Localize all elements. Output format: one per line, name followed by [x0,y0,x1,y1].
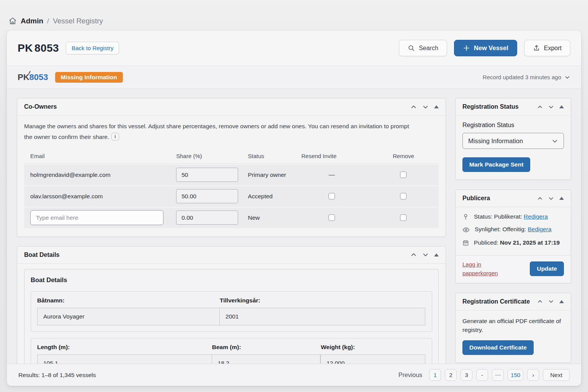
page-button-150[interactable]: 150 [508,369,523,381]
share-input[interactable] [176,189,238,203]
move-down-icon[interactable] [422,252,429,258]
next-button[interactable]: Next [543,369,570,381]
mark-package-sent-button[interactable]: Mark Package Sent [462,157,530,172]
collapse-toggle-icon[interactable] [434,105,439,108]
table-header-row: Email Share (%) Status Resend Invite Rem… [24,149,439,164]
boat-details-panel: Boat Details Boat Details Båt [17,246,446,364]
previous-page-link[interactable]: Previous [399,372,422,379]
length-input[interactable] [37,354,212,364]
resend-invite-checkbox[interactable] [328,193,335,199]
collapse-toggle-icon[interactable] [434,253,439,256]
owner-email: olav.larsson@example.com [24,193,170,200]
header-actions: Search New Vessel Export [399,40,570,56]
collapse-toggle-icon[interactable] [559,105,564,108]
publicera-body: Status: Publikerat: Redigera Synlighet: … [456,207,571,255]
back-to-registry-button[interactable]: Back to Registry [66,42,119,54]
share-input[interactable] [176,168,238,182]
page-button-1[interactable]: 1 [429,369,441,381]
move-up-icon[interactable] [537,299,543,304]
new-owner-email-input[interactable] [30,210,163,225]
remove-checkbox[interactable] [400,214,407,221]
selected-status: Missing Information [468,137,523,145]
move-down-icon[interactable] [548,299,554,304]
update-button[interactable]: Update [530,261,564,276]
pin-icon [462,214,469,220]
visibility-label: Synlighet: [475,226,501,232]
table-row: New [24,207,439,228]
registration-status-panel-header: Registration Status [456,98,571,116]
record-updated[interactable]: Record updated 3 minutes ago [483,74,570,80]
export-button[interactable]: Export [524,40,570,56]
publicera-panel-header: Publicera [456,190,571,207]
record-id-prefix: PK [18,72,29,82]
chevron-down-icon [564,74,570,80]
panel-controls [537,299,564,304]
column-email: Email [24,153,170,159]
column-status: Status [242,153,296,159]
ellipsis-button[interactable]: ⋯ [492,369,504,381]
card-header: PK8053 Back to Registry Search New Vesse… [7,31,581,66]
page-button-2[interactable]: 2 [445,369,457,381]
page-title-number: 8053 [34,42,59,54]
edit-visibility-link[interactable]: Bedigera [528,226,551,232]
move-down-icon[interactable] [548,104,554,110]
share-input[interactable] [176,211,238,225]
owner-status: Primary owner [242,172,296,178]
panel-controls [410,252,439,258]
move-to-trash-link[interactable]: Lagg in papperkorgen [462,260,502,278]
column-remove: Remove [368,153,439,159]
dimensions-group: Length (m): Beam (m): Weight (kg): [31,338,432,364]
co-owners-panel: Co-Owners Manage the owners and shares f… [17,98,446,237]
page-button-3[interactable]: 3 [461,369,472,381]
remove-checkbox[interactable] [400,172,407,178]
tillverkingsar-input[interactable] [219,308,425,325]
record-status-bar: PK8053 Missing Information Record update… [7,66,581,89]
home-icon[interactable] [8,17,17,25]
co-owners-table: Email Share (%) Status Resend Invite Rem… [24,149,439,228]
weight-input[interactable] [320,354,425,364]
edit-status-link[interactable]: Redigera [524,213,548,220]
panel-controls [537,104,564,110]
resend-invite-checkbox[interactable] [328,214,335,221]
co-owners-description: Manage the owners and shares for this ve… [24,121,413,142]
move-up-icon[interactable] [410,252,417,258]
move-up-icon[interactable] [537,104,543,110]
new-vessel-button[interactable]: New Vessel [454,40,517,56]
status-label: Status: [474,213,492,220]
co-owners-panel-header: Co-Owners [17,98,446,116]
breadcrumb-admin[interactable]: Admin [21,17,43,25]
download-certificate-button[interactable]: Download Certficate [462,340,534,355]
main-column: Co-Owners Manage the owners and shares f… [17,98,446,354]
next-page-arrow-button[interactable]: › [527,369,539,381]
panel-controls [537,196,564,201]
page-gap-button[interactable]: - [476,369,488,381]
content-area: Co-Owners Manage the owners and shares f… [7,89,581,364]
move-up-icon[interactable] [410,104,417,110]
column-share: Share (%) [170,153,242,159]
vessel-registry-page: Admin / Vessel Registry PK8053 Back to R… [0,0,588,392]
search-button[interactable]: Search [399,40,447,56]
registration-status-select[interactable]: Missing Information [462,133,564,149]
boat-details-title: Boat Details [24,252,59,258]
record-updated-text: Record updated 3 minutes ago [483,74,561,80]
boat-details-body: Boat Details Båtnamn: Tillverkingsår: [17,264,446,364]
remove-checkbox[interactable] [400,193,407,199]
batnamn-input[interactable] [37,308,220,325]
beam-input[interactable] [212,354,320,364]
export-icon [533,44,540,52]
beam-label: Beam (m): [212,344,321,351]
eye-icon [462,226,470,234]
info-icon[interactable]: i [111,133,119,140]
chevron-down-icon [552,138,558,144]
move-up-icon[interactable] [537,196,543,201]
registration-certificate-title: Registration Certificate [462,298,530,305]
registration-certificate-panel-header: Registration Certificate [456,293,571,310]
move-down-icon[interactable] [422,104,429,110]
collapse-toggle-icon[interactable] [559,197,564,200]
collapse-toggle-icon[interactable] [559,300,564,303]
owner-status: Accepted [242,193,296,200]
boat-details-inner-card: Boat Details Båtnamn: Tillverkingsår: [24,269,439,364]
breadcrumb-vessel-registry: Vessel Registry [53,17,103,25]
tillverkingsar-label: Tillverkingsår: [220,297,426,304]
move-down-icon[interactable] [548,196,554,201]
